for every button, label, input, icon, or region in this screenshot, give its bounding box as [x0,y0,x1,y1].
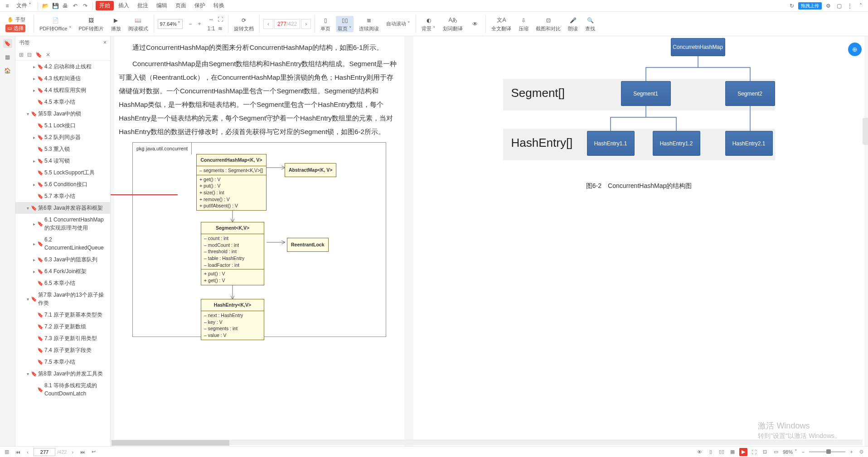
read-aloud[interactable]: 🎤朗读 [566,16,580,32]
thumbnail-tab-icon[interactable]: ▦ [3,53,12,62]
background[interactable]: ◐背景 ˅ [420,16,437,32]
sb-zoom-out-icon[interactable]: − [799,448,807,456]
float-action-button[interactable]: ⊕ [848,43,862,56]
read-mode[interactable]: 📖阅读模式 [126,16,150,32]
actual-size-icon[interactable]: 1:1 [207,24,215,33]
bookmark-item[interactable]: ▸🔖6.3 Java中的阻塞队列 [15,254,110,265]
bookmark-item[interactable]: ▾🔖第5章 Java中的锁 [15,108,110,120]
zoom-slider[interactable] [809,451,845,452]
bookmark-item[interactable]: 🔖7.2 原子更新数组 [15,321,110,332]
layout2-icon[interactable]: ▯▯ [718,448,726,456]
play-icon[interactable]: ▶ [739,448,747,456]
bookmark-item[interactable]: 🔖7.5 本章小结 [15,356,110,368]
zoom-input[interactable]: 97.64% ˅ [158,19,183,29]
find[interactable]: 🔍查找 [583,16,597,32]
zoom-in-icon[interactable]: ＋ [195,20,204,28]
dict-translate[interactable]: Aあ划词翻译 [441,16,465,32]
undo-icon[interactable]: ↶ [71,1,80,10]
view-mode-icon[interactable]: 👁 [696,448,704,456]
eye-protect[interactable]: 👁 [468,19,482,29]
bookmark-item[interactable]: ▸🔖5.4 读写锁 [15,155,110,167]
layout1-icon[interactable]: ▯ [707,448,715,456]
page-input[interactable] [34,448,55,456]
open-icon[interactable]: 📂 [41,1,50,10]
window-icon[interactable]: ▢ [834,1,844,10]
bookmark-item[interactable]: ▾🔖第6章 Java并发容器和框架 [15,202,110,214]
bookmark-icon[interactable]: 🔖 [35,52,42,58]
bookmark-item[interactable]: ▸🔖4.4 线程应用实例 [15,84,110,96]
sidebar-toggle-icon[interactable]: ▥ [3,448,11,456]
tab-convert[interactable]: 转换 [210,1,228,10]
crop-compare[interactable]: ⊡截图和对比 [534,16,563,32]
bookmark-item[interactable]: ▸🔖6.2 ConcurrentLinkedQueue [15,234,110,254]
bookmark-item[interactable]: 🔖7.3 原子更新引用类型 [15,332,110,344]
gear-icon[interactable]: ⚙ [824,1,833,10]
collapse-all-icon[interactable]: ⊟ [27,52,32,58]
bookmarks-tree[interactable]: ▸🔖4.2 启动和终止线程▸🔖4.3 线程间通信▸🔖4.4 线程应用实例🔖4.5… [15,61,110,446]
sb-fit-icon[interactable]: ⊙ [857,448,865,456]
first-page-icon[interactable]: ⏮ [14,448,22,456]
sync-icon[interactable]: ↻ [787,1,796,10]
bookmark-item[interactable]: ▸🔖4.3 线程间通信 [15,72,110,84]
prev-page-icon[interactable]: ‹ [24,448,32,456]
bookmark-item[interactable]: ▾🔖第7章 Java中的13个原子操作类 [15,289,110,309]
collapse-icon[interactable]: ˄ [856,1,865,10]
bookmark-item[interactable]: ▸🔖6.1 ConcurrentHashMap的实现原理与使用 [15,214,110,234]
zoom-out-icon[interactable]: − [186,20,194,28]
full-translate[interactable]: 文A全文翻译 [490,16,513,32]
bookmark-item[interactable]: 🔖6.5 本章小结 [15,277,110,289]
bookmark-item[interactable]: ▸🔖5.6 Condition接口 [15,178,110,190]
next-page-icon[interactable]: › [68,448,77,456]
fit-width-icon[interactable]: ↔ [207,15,215,24]
tab-annotate[interactable]: 批注 [134,1,152,10]
expand-all-icon[interactable]: ⊞ [19,52,24,58]
upload-tag[interactable]: 拖拽上传 [798,2,822,10]
reflow-icon[interactable]: ≋ [216,24,224,33]
bookmark-item[interactable]: 🔖7.1 原子更新基本类型类 [15,309,110,321]
bookmark-item[interactable]: 🔖5.1 Lock接口 [15,120,110,131]
print-icon[interactable]: 🖶 [61,1,70,10]
tab-protect[interactable]: 保护 [191,1,209,10]
sb-zoom-in-icon[interactable]: ＋ [847,448,855,456]
history-icon[interactable]: ↩ [89,448,97,456]
tab-edit[interactable]: 编辑 [153,1,171,10]
right-drag-handle[interactable] [863,118,868,145]
bookmark-item[interactable]: ▸🔖5.2 队列同步器 [15,131,110,143]
bookmark-item[interactable]: 🔖7.4 原子更新字段类 [15,344,110,356]
continuous-read[interactable]: ≣连续阅读 [357,16,381,32]
page-number[interactable]: 277/422 [274,19,300,29]
rotate-button[interactable]: ⟳旋转文档 [232,16,256,32]
prev-page[interactable]: ‹ [263,19,273,29]
last-page-icon[interactable]: ⏭ [78,448,87,456]
bookmark-item[interactable]: ▸🔖4.2 启动和终止线程 [15,61,110,72]
close-icon[interactable]: × [103,39,107,46]
single-page[interactable]: ▯单页 [319,16,332,32]
play-button[interactable]: ▶播放 [109,16,123,32]
bookmark-item[interactable]: ▾🔖第8章 Java中的并发工具类 [15,368,110,380]
file-menu[interactable]: 文件 ˅ [13,1,35,10]
tab-page[interactable]: 页面 [172,1,190,10]
tab-start[interactable]: 开始 [96,1,114,10]
attachment-tab-icon[interactable]: 🏠 [3,66,12,75]
redo-icon[interactable]: ↷ [81,1,90,10]
horizontal-scrollbar[interactable] [112,440,863,445]
bookmark-item[interactable]: 🔖5.5 LockSupport工具 [15,167,110,178]
bookmark-item[interactable]: 🔖4.5 本章小结 [15,96,110,108]
more-icon[interactable]: ⋮ [845,1,854,10]
fit-icon[interactable]: ⊡ [761,448,769,456]
double-page[interactable]: ▯▯双页 ˅ [336,16,354,32]
tab-insert[interactable]: 插入 [115,1,133,10]
compress[interactable]: ⇩压缩 [517,16,530,32]
pdf-to-image[interactable]: 🖼PDF转图片 [77,16,106,32]
fullscreen-icon[interactable]: ⛶ [750,448,758,456]
bookmark-tab-icon[interactable]: 🔖 [3,39,12,48]
bookmark-item[interactable]: 🔖8.1 等待多线程完成的CountDownLatch [15,380,110,399]
bookmark-item[interactable]: 🔖5.3 重入锁 [15,143,110,155]
presentation-icon[interactable]: ▭ [772,448,780,456]
bookmark-item[interactable]: ▸🔖6.4 Fork/Join框架 [15,265,110,277]
fit-page-icon[interactable]: ⛶ [216,15,224,24]
pdf-to-office[interactable]: 📄PDF转Office ˅ [38,16,73,32]
select-tool[interactable]: ▭选择 [5,24,25,32]
auto-scroll[interactable]: 自动滚动 ˅ [384,20,412,27]
layout3-icon[interactable]: ▦ [728,448,737,456]
